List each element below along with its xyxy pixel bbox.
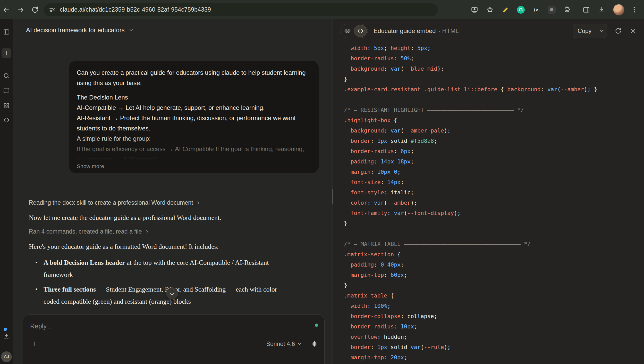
code-line: .example-card.resistant .guide-list li::… <box>344 84 644 95</box>
url-text: claude.ai/chat/dc1c2359-b52c-4960-82af-9… <box>60 6 211 13</box>
close-icon <box>630 27 637 35</box>
message-line: AI-Resistant → Protect the human thinkin… <box>77 113 311 134</box>
code-line: overflow: hidden; <box>344 332 644 342</box>
model-name: Sonnet 4.6 <box>266 341 295 348</box>
code-line <box>344 229 644 239</box>
scroll-to-bottom-button[interactable] <box>166 287 178 299</box>
chats-button[interactable] <box>2 86 11 96</box>
address-bar[interactable]: claude.ai/chat/dc1c2359-b52c-4960-82af-9… <box>44 3 438 16</box>
side-panel-icon <box>583 6 590 13</box>
copy-button[interactable]: Copy <box>573 24 607 38</box>
side-panel-button[interactable] <box>582 6 590 14</box>
preview-toggle-button[interactable] <box>341 25 354 37</box>
browser-window: claude.ai/chat/dc1c2359-b52c-4960-82af-9… <box>0 0 644 364</box>
tool-call-row-commands[interactable]: Ran 4 commands, created a file, read a f… <box>29 228 150 235</box>
tool-call-label: Ran 4 commands, created a file, read a f… <box>29 228 142 235</box>
arrow-left-icon <box>2 6 10 14</box>
plus-icon <box>31 341 38 347</box>
code-line: } <box>344 218 644 229</box>
model-selector[interactable]: Sonnet 4.6 <box>266 341 302 348</box>
refresh-icon <box>615 27 622 35</box>
code-line: width: 100%; <box>344 301 644 311</box>
reply-input[interactable]: Reply... <box>30 322 309 330</box>
download-tray-icon <box>3 333 10 340</box>
extension-dark-button[interactable] <box>548 6 556 14</box>
connection-status-dot <box>315 324 318 327</box>
chevron-down-icon <box>297 341 302 346</box>
code-line: background: var(--amber-pale); <box>344 126 644 136</box>
code-line: font-style: italic; <box>344 187 644 198</box>
show-more-button[interactable]: Show more <box>77 163 104 169</box>
profile-avatar[interactable] <box>613 4 624 15</box>
attach-button[interactable] <box>29 338 40 350</box>
fx-icon: f× <box>534 7 539 13</box>
apps-button[interactable] <box>2 101 11 111</box>
code-line: /* — MATRIX TABLE ——————————————————————… <box>344 239 644 249</box>
extension-pencil-button[interactable] <box>501 6 510 14</box>
extensions-button[interactable] <box>563 6 571 14</box>
code-icon <box>357 28 364 34</box>
site-info-icon[interactable] <box>49 6 56 13</box>
pencil-icon <box>502 6 509 13</box>
sidebar-toggle-button[interactable] <box>2 27 11 37</box>
assistant-bullet-list: A bold Decision Lens header at the top w… <box>29 257 289 310</box>
message-paragraph: Can you create a practical guide for edu… <box>77 68 311 88</box>
code-line: margin: 10px 0; <box>344 167 644 177</box>
code-line: border-collapse: collapse; <box>344 311 644 321</box>
search-button[interactable] <box>2 71 11 81</box>
grid-icon <box>3 102 10 109</box>
code-line: margin-top: 20px; <box>344 352 644 363</box>
message-fade-overlay <box>69 135 319 160</box>
save-to-device-button[interactable] <box>470 6 479 14</box>
notification-dot <box>4 328 7 331</box>
code-button[interactable] <box>2 115 11 125</box>
list-item: A bold Decision Lens header at the top w… <box>29 257 289 281</box>
code-toggle-button[interactable] <box>354 25 367 37</box>
back-button[interactable] <box>0 3 13 17</box>
forward-button[interactable] <box>13 3 28 17</box>
downloads-rail-button[interactable] <box>2 331 11 341</box>
chevron-down-icon[interactable] <box>128 27 134 33</box>
code-line: border-radius: 10px; <box>344 321 644 332</box>
voice-input-button[interactable] <box>311 340 318 348</box>
sidebar-toggle-icon <box>3 29 10 35</box>
code-line: padding: 0 40px; <box>344 260 644 270</box>
grammarly-icon: G <box>517 6 525 14</box>
extension-fx-button[interactable]: f× <box>532 6 540 14</box>
refresh-button[interactable] <box>615 27 622 35</box>
downloads-button[interactable] <box>598 6 606 14</box>
assistant-paragraph: Now let me create the educator guide as … <box>29 212 310 224</box>
conversation-title-row[interactable]: AI decision framework for educators <box>26 27 134 34</box>
browser-menu-button[interactable] <box>630 6 638 14</box>
new-chat-button[interactable] <box>2 48 11 58</box>
code-line: font-size: 14px; <box>344 177 644 187</box>
arrow-right-icon <box>17 6 24 14</box>
code-line: border-radius: 50%; <box>344 53 644 64</box>
user-avatar[interactable]: AJ <box>1 351 12 362</box>
code-line: .highlight-box { <box>344 115 644 126</box>
copy-dropdown-button[interactable] <box>596 28 607 34</box>
extension-grammarly-button[interactable]: G <box>517 6 525 14</box>
code-icon <box>3 117 10 123</box>
chevron-right-icon <box>145 229 150 234</box>
code-line <box>344 95 644 105</box>
reload-button[interactable] <box>28 3 42 17</box>
star-icon <box>486 6 494 13</box>
code-line: padding: 14px 18px; <box>344 156 644 167</box>
message-line: The Decision Lens <box>77 92 311 103</box>
code-line: margin-top: 60px; <box>344 270 644 280</box>
code-line: color: var(--amber); <box>344 198 644 208</box>
code-line: .matrix-table { <box>344 291 644 301</box>
close-button[interactable] <box>630 27 637 35</box>
list-item: Three full sections — Student Engagement… <box>29 283 289 308</box>
bookmark-button[interactable] <box>486 6 494 14</box>
copy-label: Copy <box>573 28 596 35</box>
kebab-menu-icon <box>631 6 638 13</box>
tool-call-row-skill[interactable]: Reading the docx skill to create a profe… <box>29 199 201 206</box>
code-editor[interactable]: width: 5px; height: 5px; border-radius: … <box>333 43 644 364</box>
reply-placeholder: Reply... <box>30 322 52 330</box>
extension-tile-icon <box>548 6 556 14</box>
code-line: border-radius: 6px; <box>344 146 644 156</box>
arrow-down-icon <box>169 290 175 296</box>
download-icon <box>598 6 605 13</box>
